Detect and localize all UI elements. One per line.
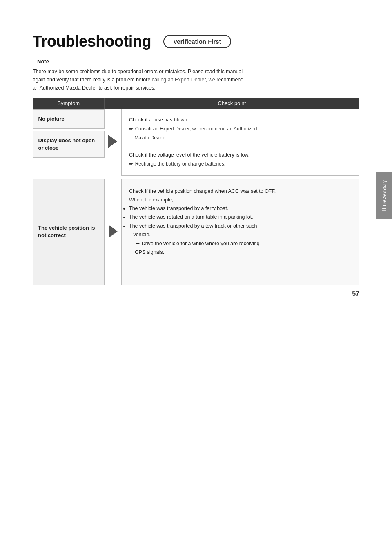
note-box: Note There may be some problems due to o… bbox=[33, 58, 359, 92]
trouble-table: Symptom Check point No picture bbox=[33, 98, 359, 285]
table-row-lower: The vehicle position is not correct Chec… bbox=[33, 179, 359, 285]
row-display: Display does not open or close bbox=[33, 131, 104, 157]
note-text: There may be some problems due to operat… bbox=[33, 67, 359, 92]
header-row: Troubleshooting Verification First bbox=[33, 33, 359, 50]
page-number: 57 bbox=[352, 290, 359, 298]
symptom-display: Display does not open or close bbox=[33, 131, 104, 157]
bullet-ferry: The vehicle was transported by a ferry b… bbox=[129, 204, 352, 213]
arrow-icon-lower bbox=[109, 225, 118, 238]
page-title: Troubleshooting bbox=[33, 33, 151, 50]
side-tab-label: If necessary bbox=[381, 180, 387, 211]
side-tab: If necessary bbox=[376, 172, 392, 219]
checkpoints-upper: Check if a fuse has blown. Consult an Ex… bbox=[122, 109, 359, 176]
arrow-upper bbox=[105, 109, 122, 176]
row-divider bbox=[33, 175, 359, 179]
bullet-turntable: The vehicle was rotated on a turn table … bbox=[129, 213, 352, 222]
header-symptom: Symptom bbox=[33, 98, 105, 109]
vehicle-position-bullets: The vehicle was transported by a ferry b… bbox=[129, 204, 352, 239]
check-battery-ref: Recharge the battery or change batteries… bbox=[129, 161, 225, 167]
note-label: Note bbox=[33, 58, 53, 65]
symptom-vehicle-position: The vehicle position is not correct bbox=[33, 179, 105, 285]
arrow-lower bbox=[105, 179, 122, 285]
arrow-icon bbox=[108, 135, 117, 148]
checkpoints-lower: Check if the vehicle position changed wh… bbox=[122, 179, 359, 285]
gps-ref: Drive the vehicle for a while where you … bbox=[129, 241, 260, 255]
table-header-row: Symptom Check point bbox=[33, 98, 359, 109]
row-no-picture: No picture bbox=[33, 109, 104, 128]
table-row-upper: No picture Display does not open or clos… bbox=[33, 109, 359, 176]
page-container: If necessary Troubleshooting Verificatio… bbox=[0, 0, 392, 310]
check-fuse-ref: Consult an Expert Dealer, we recommend a… bbox=[129, 126, 257, 140]
symptom-no-picture: No picture bbox=[33, 109, 104, 128]
header-checkpoint: Check point bbox=[105, 98, 359, 109]
bullet-tow: The vehicle was transported by a tow tra… bbox=[129, 222, 352, 239]
verification-badge: Verification First bbox=[163, 35, 231, 48]
